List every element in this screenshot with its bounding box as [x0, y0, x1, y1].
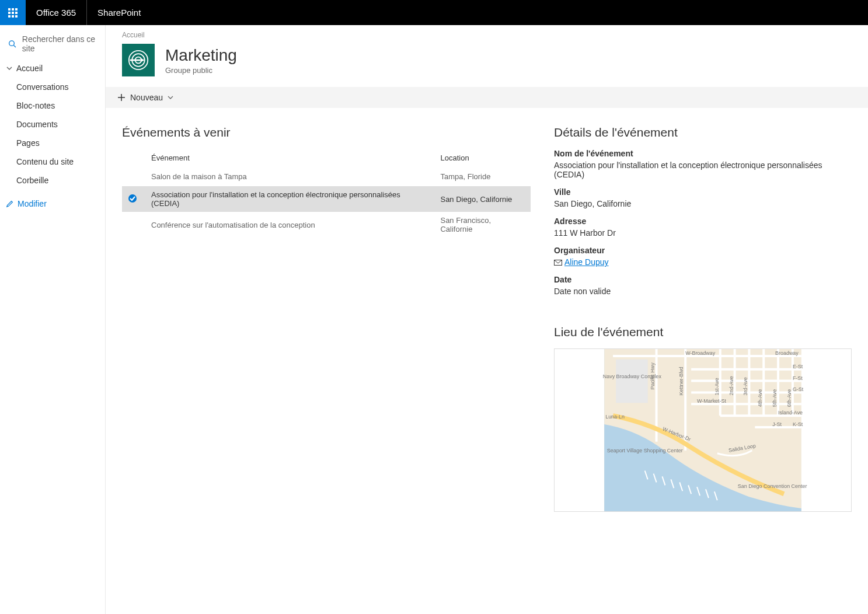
events-table: Événement Location Salon de la maison à … [122, 149, 531, 238]
svg-text:W-Broadway: W-Broadway [685, 350, 715, 356]
svg-text:4th-Ave: 4th-Ave [757, 389, 763, 407]
check-circle-icon [128, 194, 137, 203]
value-address: 111 W Harbor Dr [554, 228, 852, 238]
value-city: San Diego, Californie [554, 199, 852, 208]
svg-point-18 [128, 194, 137, 203]
col-select [122, 149, 145, 167]
svg-rect-6 [8, 15, 11, 18]
cell-location: San Francisco, Californie [434, 212, 531, 238]
svg-rect-21 [616, 360, 648, 403]
value-organizer: Aline Dupuy [554, 257, 852, 267]
svg-text:K-St: K-St [793, 421, 803, 427]
svg-text:E-St: E-St [793, 364, 803, 369]
label-date: Date [554, 275, 852, 284]
row-select[interactable] [128, 194, 137, 203]
chevron-down-icon [6, 65, 13, 72]
svg-text:1st-Ave: 1st-Ave [714, 378, 720, 395]
cell-event: Conférence sur l'automatisation de la co… [145, 212, 434, 238]
col-location[interactable]: Location [434, 149, 531, 167]
cell-location: Tampa, Floride [434, 167, 531, 186]
svg-rect-2 [15, 8, 18, 11]
new-button[interactable]: Nouveau [117, 93, 173, 102]
svg-text:Broadway: Broadway [775, 350, 799, 356]
map-svg: W-Broadway Broadway W-Harbor-Dr W-Market… [555, 349, 851, 511]
value-date: Date non valide [554, 287, 852, 296]
nav-recycle-bin[interactable]: Corbeille [0, 171, 105, 190]
search-placeholder: Rechercher dans ce site [22, 34, 98, 53]
details-title: Détails de l'événement [554, 125, 852, 139]
svg-point-9 [9, 41, 15, 46]
new-button-label: Nouveau [130, 93, 163, 102]
svg-text:Island-Ave: Island-Ave [778, 410, 803, 416]
row-select[interactable] [128, 219, 137, 229]
nav-home-label: Accueil [16, 64, 43, 73]
svg-text:3rd-Ave: 3rd-Ave [742, 377, 748, 395]
table-row[interactable]: Salon de la maison à Tampa Tampa, Florid… [122, 167, 531, 186]
svg-text:J-St: J-St [772, 421, 782, 427]
cell-event: Salon de la maison à Tampa [145, 167, 434, 186]
svg-text:Seaport Village Shopping Cente: Seaport Village Shopping Center [607, 448, 683, 453]
svg-text:5th-Ave: 5th-Ave [772, 389, 778, 407]
chevron-down-icon [168, 95, 173, 100]
svg-rect-4 [12, 12, 14, 14]
svg-text:2nd-Ave: 2nd-Ave [728, 376, 734, 395]
row-select[interactable] [128, 171, 137, 180]
col-event[interactable]: Événement [145, 149, 434, 167]
svg-text:6th-Ave: 6th-Ave [786, 389, 792, 407]
search-box[interactable]: Rechercher dans ce site [0, 31, 105, 59]
pencil-icon [6, 200, 14, 208]
search-icon [8, 39, 16, 48]
sharepoint-brand[interactable]: SharePoint [87, 0, 151, 25]
svg-text:W-Market-St: W-Market-St [697, 398, 726, 404]
value-event-name: Association pour l'installation et la co… [554, 161, 852, 179]
nav-conversations[interactable]: Conversations [0, 78, 105, 96]
top-bar: Office 365 SharePoint [0, 0, 868, 25]
site-title: Marketing [165, 46, 237, 65]
svg-rect-7 [12, 15, 14, 18]
label-address: Adresse [554, 217, 852, 226]
details-section: Détails de l'événement Nom de l'événemen… [554, 125, 852, 512]
nav-notebook[interactable]: Bloc-notes [0, 96, 105, 115]
label-event-name: Nom de l'événement [554, 149, 852, 158]
nav-edit-label: Modifier [18, 199, 47, 208]
nav-documents[interactable]: Documents [0, 115, 105, 134]
events-title: Événements à venir [122, 125, 531, 139]
label-organizer: Organisateur [554, 246, 852, 255]
svg-text:G-St: G-St [793, 386, 804, 392]
event-map[interactable]: W-Broadway Broadway W-Harbor-Dr W-Market… [554, 348, 852, 512]
svg-rect-1 [12, 8, 14, 11]
nav-site-contents[interactable]: Contenu du site [0, 152, 105, 171]
nav-edit[interactable]: Modifier [0, 194, 105, 213]
site-logo [122, 44, 155, 76]
svg-text:Kettner-Blvd: Kettner-Blvd [678, 367, 684, 395]
label-city: Ville [554, 187, 852, 197]
main-content: Accueil Marketing Groupe public Nouveau [106, 25, 868, 614]
site-header: Marketing Groupe public [106, 39, 868, 87]
cell-event: Association pour l'installation et la co… [145, 186, 434, 212]
svg-text:Luna-Ln: Luna-Ln [605, 414, 625, 420]
waffle-icon [8, 8, 18, 18]
svg-text:San Diego Convention Center: San Diego Convention Center [738, 483, 807, 489]
nav-pages[interactable]: Pages [0, 134, 105, 152]
svg-rect-5 [15, 12, 18, 14]
plus-icon [117, 93, 126, 102]
svg-rect-3 [8, 12, 11, 14]
nav-home[interactable]: Accueil [0, 59, 105, 78]
map-title: Lieu de l'événement [554, 325, 852, 339]
left-navigation: Rechercher dans ce site Accueil Conversa… [0, 25, 106, 614]
table-row[interactable]: Association pour l'installation et la co… [122, 186, 531, 212]
breadcrumb[interactable]: Accueil [106, 25, 868, 39]
command-bar: Nouveau [106, 87, 868, 108]
svg-line-10 [13, 46, 15, 47]
svg-text:Pacific Hwy: Pacific Hwy [650, 362, 656, 390]
svg-rect-0 [8, 8, 11, 11]
svg-rect-8 [15, 15, 18, 18]
events-section: Événements à venir Événement Location Sa… [122, 125, 531, 512]
table-row[interactable]: Conférence sur l'automatisation de la co… [122, 212, 531, 238]
app-launcher-button[interactable] [0, 0, 26, 25]
site-subtitle: Groupe public [165, 66, 237, 75]
target-icon [128, 50, 149, 71]
mail-icon [554, 260, 562, 266]
organizer-link[interactable]: Aline Dupuy [564, 257, 609, 267]
office-brand[interactable]: Office 365 [26, 0, 87, 25]
